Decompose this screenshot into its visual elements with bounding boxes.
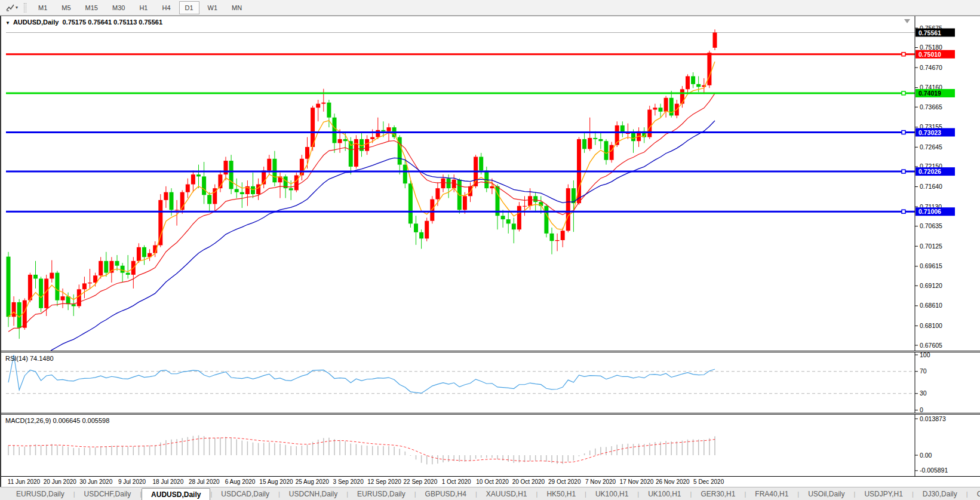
candle-body	[528, 196, 532, 205]
candle-body	[191, 174, 195, 184]
chart-tool-button[interactable]: ▾	[4, 2, 20, 13]
collapse-indicator-icon[interactable]: ▼	[5, 20, 10, 26]
chart-tab-gbpusd-h4[interactable]: GBPUSD,H4	[416, 487, 475, 500]
macd-histogram-bar	[133, 446, 134, 455]
chart-tab-dj30-daily[interactable]: DJ30,Daily	[914, 487, 966, 500]
candle-body	[278, 176, 282, 182]
chart-ohlc-values: 0.75175 0.75641 0.75113 0.75561	[62, 19, 162, 26]
candle-body	[381, 130, 385, 131]
macd-histogram-bar	[709, 438, 710, 455]
date-label: 28 Jul 2020	[189, 478, 220, 485]
timeframe-button-h4[interactable]: H4	[156, 1, 176, 14]
macd-histogram-bar	[497, 455, 498, 459]
macd-histogram-bar	[220, 437, 221, 455]
main-chart-pane[interactable]: 0.756750.751800.746700.741600.736650.731…	[1, 16, 980, 351]
macd-histogram-bar	[589, 450, 591, 455]
timeframe-button-m15[interactable]: M15	[79, 1, 104, 14]
macd-histogram-bar	[155, 445, 156, 455]
macd-histogram-bar	[84, 448, 85, 455]
chart-tab-eurusd-daily[interactable]: EURUSD,Daily	[348, 487, 414, 500]
chart-tab-ger30-h1[interactable]: GER30,H1	[692, 487, 744, 500]
chart-tab-hk50-h1[interactable]: HK50,H1	[537, 487, 585, 500]
chart-tab-eurusd-daily[interactable]: EURUSD,Daily	[7, 487, 73, 500]
hline-drag-handle[interactable]	[902, 53, 905, 56]
candle-body	[72, 304, 76, 306]
rsi-line	[8, 355, 715, 393]
chart-tab-xauusd-h1[interactable]: XAUUSD,H1	[477, 487, 536, 500]
candle-body	[158, 200, 162, 246]
candle-body	[229, 161, 234, 189]
timeframe-button-d1[interactable]: D1	[179, 1, 199, 14]
chart-tab-usdchf-daily[interactable]: USDCHF,Daily	[75, 487, 140, 500]
candle-body	[370, 137, 374, 139]
macd-histogram-bar	[171, 440, 172, 455]
timeframe-button-m5[interactable]: M5	[56, 1, 76, 14]
macd-histogram-bar	[622, 444, 623, 455]
timeframe-button-m30[interactable]: M30	[106, 1, 131, 14]
macd-histogram-bar	[508, 455, 509, 462]
chart-tab-uk100-h1[interactable]: UK100,H1	[586, 487, 637, 500]
macd-histogram-bar	[421, 455, 422, 463]
candle-body	[501, 216, 505, 219]
candle-body	[414, 223, 418, 232]
macd-indicator-pane[interactable]: 0.0138730.00-0.005891	[1, 415, 980, 476]
candle-body	[653, 108, 657, 109]
chart-tab-usoil-daily[interactable]: USOil,Daily	[799, 487, 853, 500]
macd-histogram-bar	[139, 446, 140, 455]
rsi-tick-label: 30	[920, 389, 927, 397]
macd-histogram-bar	[671, 441, 672, 455]
chart-tab-audusd-daily[interactable]: AUDUSD,Daily	[142, 488, 210, 500]
candle-body	[28, 275, 32, 300]
date-label: 6 Aug 2020	[225, 478, 256, 485]
candle-body	[691, 76, 695, 84]
price-badge-label: 0.74019	[918, 90, 941, 97]
candle-body	[506, 219, 511, 223]
macd-histogram-bar	[122, 446, 123, 455]
chart-window: ▼AUDUSD,Daily 0.75175 0.75641 0.75113 0.…	[0, 16, 980, 487]
macd-histogram-bar	[285, 445, 286, 455]
chart-tab-china300-h1[interactable]: CHINA300,H1	[968, 487, 980, 500]
macd-histogram-bar	[290, 446, 291, 455]
rsi-indicator-pane[interactable]: 10070300	[1, 352, 980, 413]
macd-histogram-bar	[410, 455, 411, 456]
chart-tab-uk100-h1[interactable]: UK100,H1	[639, 487, 690, 500]
macd-histogram-bar	[579, 455, 580, 456]
macd-histogram-bar	[345, 441, 346, 455]
macd-histogram-bar	[79, 448, 80, 455]
timeframe-button-m1[interactable]: M1	[32, 1, 53, 14]
candle-body	[468, 186, 472, 196]
candle-body	[196, 174, 201, 176]
candle-body	[588, 138, 592, 149]
candle-body	[593, 138, 597, 139]
candle-body	[610, 145, 614, 160]
hline-drag-handle[interactable]	[902, 210, 905, 213]
date-label: 1 Oct 2020	[442, 478, 471, 485]
macd-histogram-bar	[399, 449, 400, 455]
date-axis[interactable]: 11 Jun 202020 Jun 202030 Jun 20209 Jul 2…	[1, 476, 980, 487]
candle-body	[316, 104, 320, 108]
chart-tab-fra40-h1[interactable]: FRA40,H1	[746, 487, 797, 500]
macd-histogram-bar	[372, 446, 373, 455]
macd-histogram-bar	[296, 446, 297, 455]
candle-body	[61, 296, 65, 300]
hline-drag-handle[interactable]	[902, 91, 905, 95]
candle-body	[186, 185, 190, 192]
hline-drag-handle[interactable]	[902, 131, 905, 134]
macd-histogram-bar	[111, 446, 112, 455]
candle-body	[55, 273, 59, 300]
candle-body	[479, 157, 483, 170]
macd-histogram-bar	[116, 446, 118, 455]
timeframe-button-mn[interactable]: MN	[226, 1, 248, 14]
timeframe-button-h1[interactable]: H1	[133, 1, 153, 14]
chart-tab-usdcnh-daily[interactable]: USDCNH,Daily	[280, 487, 346, 500]
candle-body	[419, 232, 423, 239]
candle-body	[408, 183, 413, 223]
hline-drag-handle[interactable]	[902, 170, 905, 173]
candle-body	[88, 283, 92, 283]
chart-tab-usdjpy-h1[interactable]: USDJPY,H1	[855, 487, 911, 500]
candle-body	[175, 210, 179, 210]
chart-tab-usdcad-daily[interactable]: USDCAD,Daily	[212, 487, 278, 500]
timeframe-button-w1[interactable]: W1	[202, 1, 224, 14]
macd-histogram-bar	[182, 438, 183, 455]
macd-histogram-bar	[247, 441, 248, 455]
